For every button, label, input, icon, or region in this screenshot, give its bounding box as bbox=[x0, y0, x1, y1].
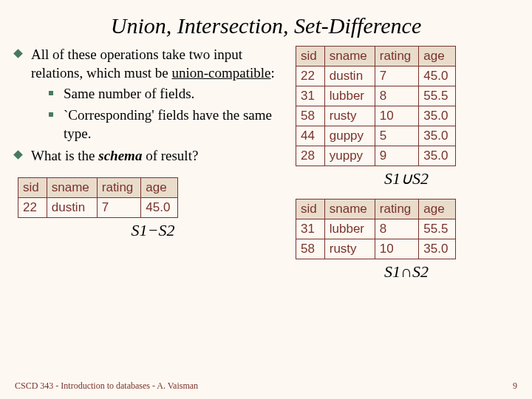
col-rating: rating bbox=[375, 200, 419, 219]
table-row: 22dustin745.0 bbox=[296, 66, 456, 86]
table-row: 22 dustin 7 45.0 bbox=[18, 198, 178, 218]
page-number: 9 bbox=[513, 381, 517, 392]
cell: 44 bbox=[296, 126, 325, 146]
square-bullet-icon bbox=[49, 91, 53, 95]
col-sname: sname bbox=[324, 47, 375, 66]
col-sid: sid bbox=[296, 47, 325, 66]
bullet-2-text-a: What is the bbox=[31, 148, 98, 163]
cell: 10 bbox=[375, 106, 419, 126]
col-rating: rating bbox=[375, 47, 419, 66]
right-column: sid sname rating age 22dustin745.0 31lub… bbox=[296, 46, 517, 292]
cell: 35.0 bbox=[419, 146, 456, 166]
cell: 8 bbox=[375, 86, 419, 106]
diff-table: sid sname rating age 22 dustin 7 45.0 bbox=[18, 177, 178, 218]
diff-caption: S1−S2 bbox=[18, 221, 288, 240]
table-row: 44guppy535.0 bbox=[296, 126, 456, 146]
bullet-1-uc: union-compatible bbox=[172, 65, 271, 81]
col-age: age bbox=[141, 178, 178, 198]
sub-2: `Corresponding' fields have the same typ… bbox=[49, 106, 288, 143]
table-header-row: sid sname rating age bbox=[296, 200, 456, 219]
cell: 9 bbox=[375, 146, 419, 166]
cell: lubber bbox=[324, 219, 375, 239]
table-row: 31lubber855.5 bbox=[296, 219, 456, 239]
col-sid: sid bbox=[18, 178, 47, 198]
square-bullet-icon bbox=[49, 112, 53, 117]
sub-1: Same number of fields. bbox=[49, 85, 288, 103]
cell: dustin bbox=[47, 198, 97, 218]
cell: 55.5 bbox=[419, 86, 456, 106]
cell: 31 bbox=[296, 86, 325, 106]
cell: 45.0 bbox=[419, 66, 456, 86]
cell: 22 bbox=[296, 66, 325, 86]
col-rating: rating bbox=[97, 178, 141, 198]
cell: 58 bbox=[296, 106, 325, 126]
table-header-row: sid sname rating age bbox=[296, 47, 456, 66]
cell: 7 bbox=[97, 198, 141, 218]
inter-caption: S1∩S2 bbox=[296, 262, 517, 282]
cell: 10 bbox=[375, 239, 419, 259]
cell: 22 bbox=[18, 198, 47, 218]
col-sname: sname bbox=[47, 178, 97, 198]
table-row: 58rusty1035.0 bbox=[296, 239, 456, 259]
cell: 35.0 bbox=[419, 106, 456, 126]
cell: dustin bbox=[324, 66, 375, 86]
bullet-2-schema: schema bbox=[98, 148, 142, 163]
cell: 55.5 bbox=[419, 219, 456, 239]
col-age: age bbox=[419, 47, 456, 66]
cell: 58 bbox=[296, 239, 325, 259]
cell: 35.0 bbox=[419, 239, 456, 259]
col-sname: sname bbox=[324, 200, 375, 219]
diff-table-wrap: sid sname rating age 22 dustin 7 45.0 S1… bbox=[18, 177, 288, 240]
inter-table: sid sname rating age 31lubber855.5 58rus… bbox=[296, 199, 456, 259]
cell: 45.0 bbox=[141, 198, 178, 218]
sub-list: Same number of fields. `Corresponding' f… bbox=[31, 85, 288, 143]
union-table: sid sname rating age 22dustin745.0 31lub… bbox=[296, 46, 456, 166]
cell: 5 bbox=[375, 126, 419, 146]
bullet-2: What is the schema of result? bbox=[15, 147, 288, 166]
content-area: All of these operations take two input r… bbox=[0, 46, 532, 292]
table-header-row: sid sname rating age bbox=[18, 178, 178, 198]
table-row: 28yuppy935.0 bbox=[296, 146, 456, 166]
col-age: age bbox=[419, 200, 456, 219]
cell: lubber bbox=[324, 86, 375, 106]
cell: 35.0 bbox=[419, 126, 456, 146]
union-caption: S1∪S2 bbox=[296, 169, 517, 188]
footer-left: CSCD 343 - Introduction to databases - A… bbox=[15, 381, 198, 392]
cell: yuppy bbox=[324, 146, 375, 166]
cell: 31 bbox=[296, 219, 325, 239]
table-row: 58rusty1035.0 bbox=[296, 106, 456, 126]
bullet-list: All of these operations take two input r… bbox=[15, 46, 288, 166]
slide-title: Union, Intersection, Set-Difference bbox=[0, 0, 532, 46]
left-column: All of these operations take two input r… bbox=[15, 46, 296, 292]
bullet-1: All of these operations take two input r… bbox=[15, 46, 288, 143]
cell: rusty bbox=[324, 106, 375, 126]
table-row: 31lubber855.5 bbox=[296, 86, 456, 106]
bullet-2-text-c: of result? bbox=[142, 148, 198, 163]
cell: rusty bbox=[324, 239, 375, 259]
diamond-bullet-icon bbox=[13, 151, 23, 160]
cell: 8 bbox=[375, 219, 419, 239]
cell: 28 bbox=[296, 146, 325, 166]
diamond-bullet-icon bbox=[13, 49, 23, 58]
cell: guppy bbox=[324, 126, 375, 146]
sub-2-text: `Corresponding' fields have the same typ… bbox=[64, 107, 272, 141]
footer: CSCD 343 - Introduction to databases - A… bbox=[15, 381, 517, 392]
sub-1-text: Same number of fields. bbox=[64, 86, 194, 101]
col-sid: sid bbox=[296, 200, 325, 219]
cell: 7 bbox=[375, 66, 419, 86]
bullet-1-text-b: : bbox=[271, 65, 275, 81]
